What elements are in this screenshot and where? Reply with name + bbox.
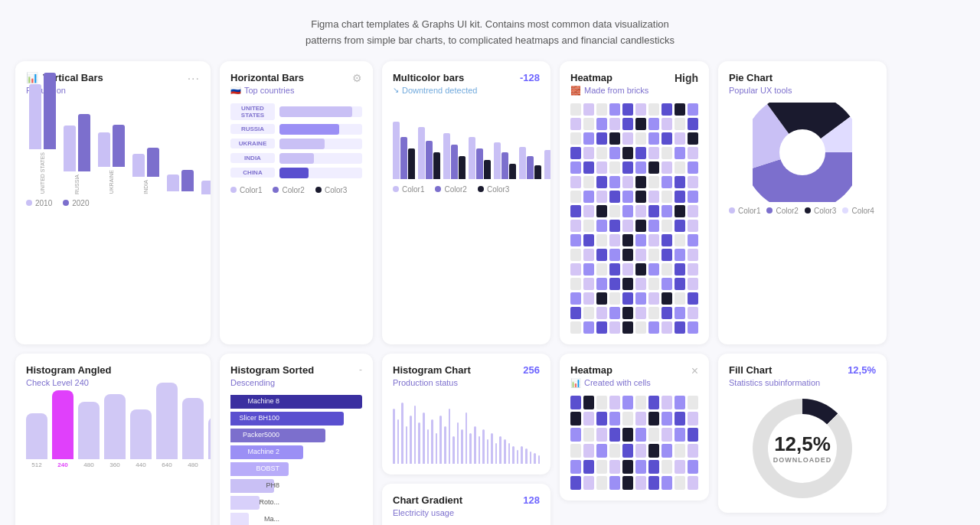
heatmap-cell: [635, 278, 646, 290]
hsort-row-2: Packer5000: [230, 429, 362, 442]
bar-group-2: UKRAINE: [98, 125, 125, 194]
mbar-legend-2: Color2: [435, 185, 466, 194]
hsort-label-3: Machine 2: [230, 445, 284, 458]
page-header: Figma chart templates & Graphs UI kit. C…: [0, 0, 980, 61]
heatmap-cell: [596, 321, 607, 334]
hm2-icon: 📊: [570, 378, 581, 388]
heatmap-cell: [570, 263, 581, 276]
hangled-label-2: 480: [83, 461, 93, 468]
heatmap-cell: [622, 292, 633, 305]
heatmap-cell: [622, 132, 633, 145]
hbar-track-0: [279, 106, 362, 117]
heatmap-cell: [662, 132, 672, 145]
heatmap-cell: [570, 132, 581, 145]
heatmap2-cell: [688, 412, 698, 426]
more-options-icon[interactable]: ···: [188, 72, 200, 86]
hbar-fill-3: [279, 153, 314, 164]
hbar-row-3: INDIA: [230, 153, 362, 164]
bar-groups: UNITED STATES RUSSIA UKRAINE: [26, 103, 200, 194]
bar-group-4: [167, 170, 194, 194]
heatmap-cell: [596, 220, 607, 232]
heatmap2-cell: [609, 428, 620, 442]
fill-chart-title: Fill Chart: [729, 364, 820, 376]
settings-icon[interactable]: ⚙: [352, 72, 362, 84]
heatmap-cell: [635, 191, 646, 203]
heatmap-cell: [635, 176, 646, 188]
heatmap-cell: [662, 205, 672, 217]
chart-gradient-card: Chart Gradient Electricity usage 128: [382, 484, 550, 525]
heatmap-cell: [648, 263, 659, 276]
heatmap2-cell: [609, 444, 620, 458]
heatmap-cell: [648, 307, 659, 319]
mc1-2: [443, 133, 450, 179]
histogram-sorted-title: Histogram Sorted: [230, 364, 314, 376]
heatmap2-cell: [648, 460, 659, 474]
mbar-legend-3: Color3: [478, 185, 509, 194]
pie-chart-subtitle: Popular UX tools: [729, 86, 792, 95]
mbar-g4: [494, 142, 516, 179]
heatmap-cell: [662, 220, 672, 232]
heatmap-cell: [648, 176, 659, 188]
hist-bar: [530, 452, 532, 464]
fill-title-group: Fill Chart Statistics subinformation: [729, 364, 820, 387]
heatmap-cell: [609, 307, 620, 319]
heatmap-cell: [609, 176, 620, 188]
heatmap2-cell: [570, 476, 581, 490]
histogram-sorted-subtitle: Descending: [230, 378, 314, 387]
mbar-dot-2: [435, 186, 441, 192]
heatmap-cell: [583, 278, 594, 290]
hsort-dash: -: [359, 364, 362, 375]
hsort-row-0: Machine 8: [230, 395, 362, 409]
heatmap2-cell: [583, 428, 594, 442]
bar-pair-5: [201, 176, 211, 194]
heatmap-cell: [648, 103, 659, 116]
heatmap-cell: [596, 147, 607, 159]
hsort-bar-7: Ma...: [230, 513, 249, 525]
hist-bar: [457, 422, 459, 463]
heatmap-cell: [570, 307, 581, 319]
heatmap-cell: [570, 118, 581, 130]
mbar-g3: [469, 137, 491, 179]
dashboard: 📊 Vertical Bars Population ··· UNITED ST…: [0, 61, 980, 525]
heatmap2-card: Heatmap 📊 Created with cells ×: [560, 354, 709, 501]
heatmap2-cell: [583, 460, 594, 474]
heatmap-cell: [648, 161, 659, 174]
col4-bottom: Heatmap 📊 Created with cells ×: [560, 354, 709, 525]
heatmap-cell: [609, 263, 620, 276]
heatmap2-cell: [648, 476, 659, 490]
heatmap-cell: [609, 249, 620, 261]
legend-dot-2010: [26, 200, 32, 206]
heatmap2-grid: [570, 396, 698, 490]
hbar-track-4: [279, 168, 362, 178]
close-button[interactable]: ×: [691, 364, 698, 378]
hbar-label-3: INDIA: [230, 153, 275, 163]
fill-chart-card: Fill Chart Statistics subinformation 12,…: [718, 354, 887, 513]
heatmap-card: Heatmap 🧱 Made from bricks High: [560, 61, 709, 344]
chart-gradient-value: 128: [523, 494, 540, 506]
heatmap-cell: [609, 220, 620, 232]
heatmap-cell: [688, 249, 698, 261]
heatmap-cell: [583, 191, 594, 203]
hbar-row-0: UNITED STATES: [230, 103, 362, 120]
mc2-5: [527, 156, 534, 179]
hist-bar: [495, 443, 498, 464]
hsort-bar-5: PH8: [230, 479, 274, 493]
heatmap2-cell: [662, 396, 672, 409]
heatmap2-cell: [596, 444, 607, 458]
heatmap-cell: [675, 147, 685, 159]
bar-group-1: RUSSIA: [64, 114, 90, 194]
mc3-4: [509, 164, 516, 179]
heatmap-cell: [609, 321, 620, 334]
hangled-bar-vis-0: [26, 413, 47, 459]
hsort-bar-3: Machine 2: [230, 445, 303, 459]
heatmap2-cell: [622, 428, 633, 442]
heatmap-grid: [570, 103, 698, 334]
heatmap-cell: [609, 147, 620, 159]
hangled-bar-vis-5: [156, 383, 178, 459]
hbar-title-group: Horizontal Bars 🇷🇺 Top countries: [230, 72, 304, 96]
heatmap-cell: [609, 118, 620, 130]
pie-legend-4: Color4: [842, 207, 874, 215]
histogram-angled-subtitle: Check Level 240: [26, 378, 111, 387]
histogram-angled-title: Histogram Angled: [26, 364, 111, 376]
heatmap-cell: [662, 176, 672, 188]
